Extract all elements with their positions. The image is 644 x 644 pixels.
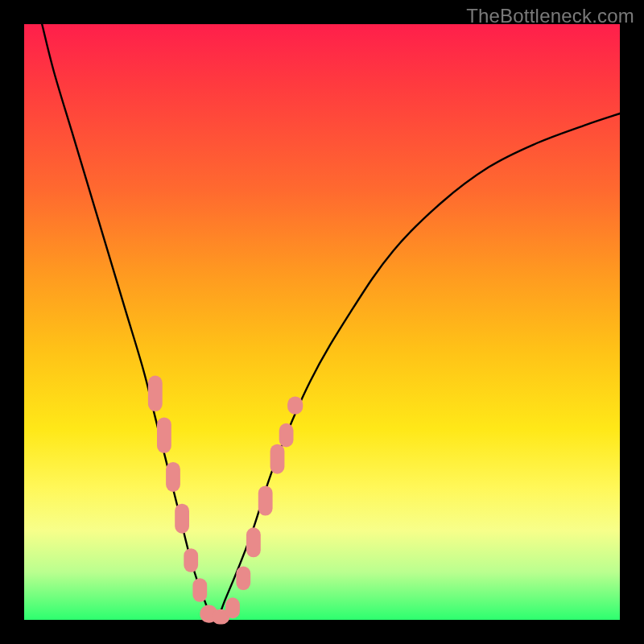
marker-dot	[279, 423, 294, 448]
marker-dot	[157, 417, 171, 452]
bottleneck-curve	[42, 24, 620, 620]
marker-dot	[175, 504, 189, 534]
marker-dot	[184, 548, 198, 572]
marker-dot	[236, 566, 250, 590]
marker-dot	[192, 578, 207, 602]
marker-dot	[166, 462, 180, 492]
marker-dot	[287, 397, 303, 415]
chart-svg	[24, 24, 620, 620]
marker-dot	[270, 444, 285, 474]
plot-area	[24, 24, 620, 620]
marker-dot	[148, 376, 163, 411]
marker-group	[148, 376, 303, 625]
marker-dot	[225, 597, 240, 618]
chart-frame: TheBottleneck.com	[0, 0, 644, 644]
marker-dot	[246, 527, 261, 557]
marker-dot	[258, 486, 273, 516]
